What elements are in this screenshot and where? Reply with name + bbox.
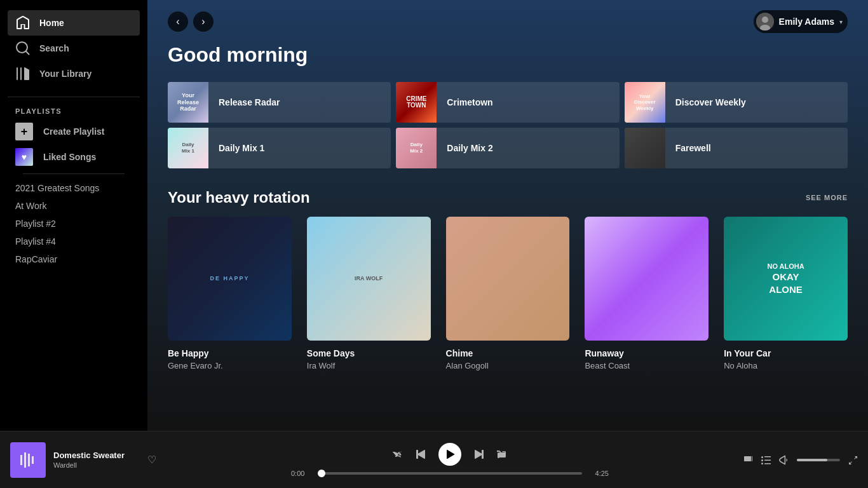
user-profile-button[interactable]: Emily Adams ▾ [754, 10, 848, 33]
card-runaway-artist: Beast Coast [585, 361, 709, 370]
release-radar-art: YourReleaseRadar [168, 82, 208, 123]
card-runaway[interactable]: ▶ Runaway Beast Coast [585, 217, 709, 370]
main-content: ‹ › Emily Adams ▾ Good mornin [147, 0, 868, 431]
page-title: Good morning [168, 43, 848, 67]
quick-item-farewell[interactable]: Farewell [625, 128, 848, 168]
card-be-happy-img-wrap: DE HAPPY ▶ [168, 217, 292, 341]
previous-button[interactable] [416, 449, 426, 459]
progress-dot [318, 470, 325, 477]
track-artist: Wardell [53, 461, 140, 469]
volume-fill [797, 459, 827, 461]
library-icon [15, 66, 31, 81]
card-some-days-artist: Ira Wolf [307, 361, 431, 370]
farewell-label: Farewell [665, 143, 721, 153]
chevron-down-icon: ▾ [839, 18, 843, 25]
playlist-item-3[interactable]: Playlist #2 [15, 215, 132, 233]
see-more-button[interactable]: SEE MORE [806, 194, 848, 201]
create-playlist-icon: + [15, 123, 33, 140]
quick-item-crimetown[interactable]: CRIMETOWN Crimetown [396, 82, 619, 123]
home-icon [15, 15, 31, 30]
playlist-item-5[interactable]: RapCaviar [15, 250, 132, 268]
playlist-list: 2021 Greatest Songs At Work Playlist #2 … [15, 179, 132, 268]
avatar [756, 13, 774, 30]
quick-item-discover-weekly[interactable]: YourDiscoverWeekly Discover Weekly [625, 82, 848, 123]
crimetown-art: CRIMETOWN [396, 82, 437, 123]
search-icon [15, 41, 31, 56]
create-playlist-label: Create Playlist [43, 126, 105, 137]
card-be-happy-title: Be Happy [168, 348, 292, 358]
nav-buttons: ‹ › [168, 11, 214, 32]
card-be-happy-artist: Gene Evaro Jr. [168, 361, 292, 370]
like-button[interactable]: ♡ [147, 454, 156, 466]
card-runaway-img-wrap: ▶ [585, 217, 709, 341]
playlist-item-4[interactable]: Playlist #4 [15, 233, 132, 250]
control-buttons [393, 443, 507, 466]
liked-songs-icon: ♥ [15, 148, 33, 166]
daily-mix-1-label: Daily Mix 1 [208, 143, 275, 153]
sidebar: Home Search Your Library [0, 0, 147, 431]
lyrics-button[interactable] [743, 455, 754, 465]
track-thumbnail [10, 442, 46, 478]
svg-rect-7 [32, 456, 34, 464]
liked-songs-button[interactable]: ♥ Liked Songs [15, 148, 132, 166]
card-chime[interactable]: ▶ Chime Alan Gogoll [446, 217, 570, 370]
svg-rect-4 [20, 455, 22, 465]
track-name: Domestic Sweater [53, 451, 140, 460]
volume-bar[interactable] [797, 459, 840, 461]
queue-button[interactable] [761, 455, 771, 465]
track-info: Domestic Sweater Wardell [53, 451, 140, 469]
page-content: Good morning YourReleaseRadar Release Ra… [147, 43, 868, 391]
sidebar-item-search[interactable]: Search [8, 36, 140, 61]
progress-bar-wrap: 0:00 4:25 [291, 470, 609, 477]
farewell-art [625, 128, 665, 168]
card-in-your-car[interactable]: NO ALOHAOKAYALONE ▶ In Your Car No Aloha [724, 217, 848, 370]
next-button[interactable] [474, 449, 484, 459]
forward-icon: › [201, 16, 205, 27]
card-be-happy[interactable]: DE HAPPY ▶ Be Happy Gene Evaro Jr. [168, 217, 292, 370]
create-playlist-button[interactable]: + Create Playlist [15, 123, 132, 140]
daily-mix-1-art: DailyMix 1 [168, 128, 208, 168]
play-pause-button[interactable] [438, 443, 461, 466]
card-runaway-title: Runaway [585, 348, 709, 358]
card-chime-title: Chime [446, 348, 570, 358]
fullscreen-button[interactable] [848, 455, 858, 465]
shuffle-button[interactable] [393, 449, 403, 459]
progress-bar[interactable] [318, 472, 582, 475]
topbar: ‹ › Emily Adams ▾ [147, 0, 868, 43]
playlist-item-1[interactable]: 2021 Greatest Songs [15, 179, 132, 197]
playlist-item-2[interactable]: At Work [15, 197, 132, 215]
card-in-your-car-img-wrap: NO ALOHAOKAYALONE ▶ [724, 217, 848, 341]
back-button[interactable]: ‹ [168, 11, 188, 32]
repeat-button[interactable] [497, 449, 507, 459]
playlists-label: PLAYLISTS [15, 107, 132, 115]
card-some-days-img-wrap: IRA WOLF ▶ [307, 217, 431, 341]
card-chime-artist: Alan Gogoll [446, 361, 570, 370]
svg-point-1 [762, 17, 768, 23]
sidebar-item-search-label: Search [39, 43, 69, 53]
sidebar-item-home[interactable]: Home [8, 10, 140, 36]
quick-item-release-radar[interactable]: YourReleaseRadar Release Radar [168, 82, 391, 123]
heavy-rotation-header: Your heavy rotation SEE MORE [168, 189, 848, 207]
quick-item-daily-mix-1[interactable]: DailyMix 1 Daily Mix 1 [168, 128, 391, 168]
sidebar-divider-1 [8, 97, 140, 97]
daily-mix-2-art: DailyMix 2 [396, 128, 437, 168]
volume-button[interactable] [779, 455, 789, 465]
forward-button[interactable]: › [193, 11, 214, 32]
card-in-your-car-artist: No Aloha [724, 361, 848, 370]
liked-songs-label: Liked Songs [43, 152, 96, 162]
card-some-days[interactable]: IRA WOLF ▶ Some Days Ira Wolf [307, 217, 431, 370]
discover-weekly-art: YourDiscoverWeekly [625, 82, 665, 123]
release-radar-label: Release Radar [208, 97, 290, 107]
sidebar-item-library-label: Your Library [39, 69, 92, 79]
user-name: Emily Adams [779, 17, 834, 27]
daily-mix-2-label: Daily Mix 2 [437, 143, 503, 153]
back-icon: ‹ [176, 16, 179, 27]
sidebar-item-library[interactable]: Your Library [8, 61, 140, 86]
playbar: Domestic Sweater Wardell ♡ [0, 431, 868, 488]
card-in-your-car-title: In Your Car [724, 348, 848, 358]
card-some-days-title: Some Days [307, 348, 431, 358]
sidebar-nav: Home Search Your Library [0, 5, 147, 92]
sidebar-item-home-label: Home [39, 18, 64, 28]
time-total: 4:25 [588, 470, 609, 477]
quick-item-daily-mix-2[interactable]: DailyMix 2 Daily Mix 2 [396, 128, 619, 168]
